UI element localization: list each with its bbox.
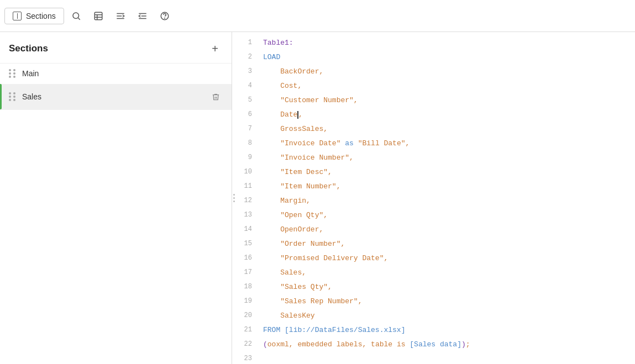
indent-right-button[interactable] xyxy=(111,6,130,26)
line-num-17: 17 xyxy=(235,266,263,278)
line-content-16: "Promised Delivery Date", xyxy=(263,252,635,265)
line-content-5: "Customer Number", xyxy=(263,94,635,107)
line-num-8: 8 xyxy=(235,137,263,149)
line-num-19: 19 xyxy=(235,295,263,307)
indent-left-button[interactable] xyxy=(133,6,153,26)
line-content-22: (ooxml, embedded labels, table is [Sales… xyxy=(263,338,635,351)
code-line-7: 7 GrossSales, xyxy=(235,123,635,137)
line-num-2: 2 xyxy=(235,51,263,62)
line-num-6: 6 xyxy=(235,108,263,120)
line-content-20: SalesKey xyxy=(263,309,635,322)
code-block-icon xyxy=(93,11,103,21)
svg-point-13 xyxy=(164,18,165,18)
svg-point-0 xyxy=(73,13,79,19)
sidebar-header: Sections + xyxy=(0,32,232,64)
code-line-23: 23 xyxy=(235,352,635,364)
code-line-19: 19 "Sales Rep Number", xyxy=(235,295,635,309)
line-num-9: 9 xyxy=(235,151,263,163)
line-content-21: FROM [lib://DataFiles/Sales.xlsx] xyxy=(263,324,635,336)
line-content-3: BackOrder, xyxy=(263,65,635,78)
indent-right-icon xyxy=(116,11,125,21)
sidebar-title: Sections xyxy=(9,43,48,54)
sidebar-item-sales-label: Sales xyxy=(22,92,203,101)
line-num-15: 15 xyxy=(235,238,263,249)
line-content-18: "Sales Qty", xyxy=(263,281,635,293)
code-line-15: 15 "Order Number", xyxy=(235,238,635,252)
line-num-10: 10 xyxy=(235,166,263,177)
delete-sales-button[interactable] xyxy=(208,89,223,104)
add-section-button[interactable]: + xyxy=(207,41,223,56)
line-content-19: "Sales Rep Number", xyxy=(263,295,635,308)
code-editor[interactable]: 1 Table1: 2 LOAD 3 BackOrder, 4 Cost, 5 … xyxy=(235,32,635,364)
line-num-14: 14 xyxy=(235,223,263,235)
line-content-7: GrossSales, xyxy=(263,123,635,135)
code-line-1: 1 Table1: xyxy=(235,36,635,51)
sections-button[interactable]: Sections xyxy=(4,8,64,24)
line-num-1: 1 xyxy=(235,36,263,48)
line-num-11: 11 xyxy=(235,180,263,192)
code-line-13: 13 "Open Qty", xyxy=(235,209,635,223)
sidebar-item-main[interactable]: Main xyxy=(0,64,232,84)
help-icon xyxy=(160,11,170,21)
drag-handle-main xyxy=(9,69,17,78)
drag-handle-sales xyxy=(9,92,17,101)
code-line-18: 18 "Sales Qty", xyxy=(235,281,635,295)
line-num-13: 13 xyxy=(235,209,263,220)
line-num-22: 22 xyxy=(235,338,263,350)
code-line-21: 21 FROM [lib://DataFiles/Sales.xlsx] xyxy=(235,324,635,338)
line-num-21: 21 xyxy=(235,324,263,335)
svg-rect-2 xyxy=(95,12,102,20)
code-line-5: 5 "Customer Number", xyxy=(235,94,635,108)
code-line-2: 2 LOAD xyxy=(235,51,635,65)
line-content-9: "Invoice Number", xyxy=(263,151,635,164)
line-content-6: Date, xyxy=(263,108,635,121)
code-line-14: 14 OpenOrder, xyxy=(235,223,635,238)
line-content-17: Sales, xyxy=(263,266,635,279)
line-content-11: "Item Number", xyxy=(263,180,635,193)
main-layout: Sections + Main Sales xyxy=(0,32,635,364)
sections-button-label: Sections xyxy=(26,12,56,20)
code-line-17: 17 Sales, xyxy=(235,266,635,281)
svg-line-1 xyxy=(78,18,80,19)
line-content-12: Margin, xyxy=(263,194,635,207)
code-line-16: 16 "Promised Delivery Date", xyxy=(235,252,635,266)
code-line-8: 8 "Invoice Date" as "Bill Date", xyxy=(235,137,635,151)
code-line-9: 9 "Invoice Number", xyxy=(235,151,635,166)
line-content-13: "Open Qty", xyxy=(263,209,635,221)
sidebar-items: Main Sales xyxy=(0,64,232,364)
line-num-18: 18 xyxy=(235,281,263,292)
line-content-4: Cost, xyxy=(263,80,635,92)
line-num-3: 3 xyxy=(235,65,263,77)
sidebar: Sections + Main Sales xyxy=(0,32,232,364)
code-line-11: 11 "Item Number", xyxy=(235,180,635,194)
indent-left-icon xyxy=(138,11,148,21)
line-num-4: 4 xyxy=(235,80,263,91)
code-block-button[interactable] xyxy=(88,6,108,26)
search-icon xyxy=(71,11,81,21)
help-button[interactable] xyxy=(155,6,175,26)
line-content-23 xyxy=(263,352,635,354)
code-line-3: 3 BackOrder, xyxy=(235,65,635,80)
line-num-20: 20 xyxy=(235,309,263,321)
code-line-22: 22 (ooxml, embedded labels, table is [Sa… xyxy=(235,338,635,352)
line-content-10: "Item Desc", xyxy=(263,166,635,178)
line-content-15: "Order Number", xyxy=(263,238,635,250)
sidebar-item-sales[interactable]: Sales xyxy=(0,84,232,110)
line-content-8: "Invoice Date" as "Bill Date", xyxy=(263,137,635,150)
code-line-12: 12 Margin, xyxy=(235,194,635,209)
sections-icon xyxy=(13,12,22,20)
toolbar: Sections xyxy=(0,0,635,32)
line-num-23: 23 xyxy=(235,352,263,364)
line-content-14: OpenOrder, xyxy=(263,223,635,236)
line-num-5: 5 xyxy=(235,94,263,105)
line-num-16: 16 xyxy=(235,252,263,263)
code-line-4: 4 Cost, xyxy=(235,80,635,94)
search-button[interactable] xyxy=(66,6,86,26)
code-line-6: 6 Date, xyxy=(235,108,635,123)
line-num-12: 12 xyxy=(235,194,263,206)
code-line-20: 20 SalesKey xyxy=(235,309,635,324)
code-line-10: 10 "Item Desc", xyxy=(235,166,635,180)
line-num-7: 7 xyxy=(235,123,263,134)
line-content-1: Table1: xyxy=(263,36,635,49)
sidebar-item-main-label: Main xyxy=(22,69,223,78)
